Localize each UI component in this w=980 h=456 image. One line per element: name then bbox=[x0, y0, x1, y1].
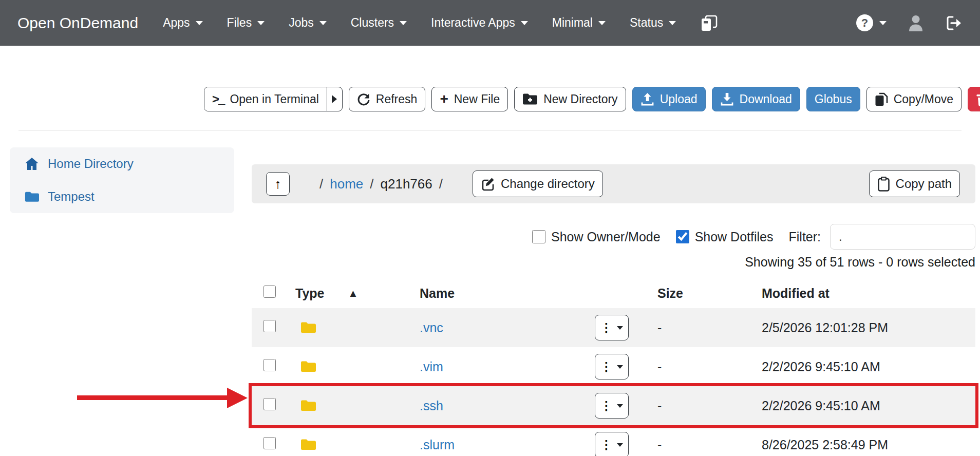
row-menu-cell: ⋮ bbox=[593, 432, 654, 456]
navbar-menus: Apps Files Jobs Clusters Interactive App… bbox=[163, 15, 719, 31]
user-icon[interactable] bbox=[908, 14, 924, 32]
show-owner-mode-label: Show Owner/Mode bbox=[551, 230, 661, 244]
menu-minimal-label: Minimal bbox=[552, 16, 593, 30]
change-directory-label: Change directory bbox=[501, 177, 595, 191]
folder-icon bbox=[25, 191, 39, 203]
menu-interactive-apps[interactable]: Interactive Apps bbox=[431, 16, 528, 30]
top-navbar: Open OnDemand Apps Files Jobs Clusters I… bbox=[0, 0, 980, 46]
row-modified-cell: 2/2/2026 9:45:10 AM bbox=[760, 359, 975, 374]
chevron-down-icon bbox=[669, 21, 676, 25]
menu-apps[interactable]: Apps bbox=[163, 16, 202, 30]
breadcrumb-separator: / bbox=[319, 176, 323, 192]
toolbar-divider bbox=[18, 130, 962, 130]
row-menu-cell: ⋮ bbox=[593, 315, 654, 340]
show-owner-mode-checkbox[interactable] bbox=[532, 230, 545, 243]
help-menu[interactable]: ? bbox=[856, 14, 887, 31]
refresh-button[interactable]: Refresh bbox=[349, 87, 426, 111]
download-icon bbox=[720, 92, 734, 106]
breadcrumb-separator: / bbox=[439, 176, 443, 192]
copy-move-button[interactable]: Copy/Move bbox=[866, 87, 962, 111]
file-browser-main: ↑ / home / q21h766 / Change directory bbox=[252, 164, 975, 456]
menu-status[interactable]: Status bbox=[630, 16, 676, 30]
logout-icon[interactable] bbox=[945, 15, 963, 31]
sort-ascending-icon: ▲ bbox=[348, 288, 359, 299]
chevron-down-icon bbox=[598, 21, 606, 25]
row-type-cell bbox=[284, 360, 408, 373]
kebab-icon: ⋮ bbox=[600, 399, 612, 413]
new-directory-label: New Directory bbox=[543, 92, 617, 106]
plus-icon: + bbox=[440, 92, 448, 106]
files-table: Type ▲ Name Size Modified at .vn bbox=[252, 278, 975, 456]
open-in-terminal-button[interactable]: >_ Open in Terminal bbox=[204, 87, 327, 111]
new-file-button[interactable]: + New File bbox=[431, 87, 508, 111]
app-brand[interactable]: Open OnDemand bbox=[17, 14, 138, 32]
window-restore-icon[interactable] bbox=[700, 15, 719, 31]
trash-icon bbox=[976, 92, 980, 106]
download-button[interactable]: Download bbox=[712, 87, 800, 111]
row-checkbox[interactable] bbox=[263, 398, 276, 410]
row-modified-cell: 2/5/2026 12:01:28 PM bbox=[760, 320, 975, 335]
table-header-row: Type ▲ Name Size Modified at bbox=[252, 278, 975, 308]
menu-files[interactable]: Files bbox=[227, 16, 265, 30]
header-name-cell[interactable]: Name bbox=[408, 286, 593, 301]
new-directory-button[interactable]: New Directory bbox=[514, 87, 626, 111]
row-size-cell: - bbox=[654, 398, 760, 413]
rows-status-text: Showing 35 of 51 rows - 0 rows selected bbox=[252, 255, 975, 270]
caret-right-icon bbox=[332, 95, 337, 103]
up-directory-button[interactable]: ↑ bbox=[266, 172, 290, 196]
header-type-cell[interactable]: Type ▲ bbox=[284, 286, 408, 301]
menu-clusters[interactable]: Clusters bbox=[351, 16, 407, 30]
sidebar-item-tempest[interactable]: Tempest bbox=[10, 180, 234, 213]
upload-icon bbox=[640, 92, 654, 106]
menu-apps-label: Apps bbox=[163, 16, 190, 30]
row-select-cell bbox=[252, 320, 284, 335]
table-row-highlighted: .ssh ⋮ - 2/2/2026 9:45:10 AM bbox=[252, 386, 975, 425]
pencil-square-icon bbox=[481, 177, 495, 191]
select-all-checkbox[interactable] bbox=[263, 286, 276, 298]
show-dotfiles-checkbox[interactable] bbox=[676, 230, 689, 243]
menu-interactive-apps-label: Interactive Apps bbox=[431, 16, 515, 30]
chevron-down-icon bbox=[319, 21, 327, 25]
file-name-link[interactable]: .vim bbox=[420, 359, 443, 374]
upload-label: Upload bbox=[660, 92, 698, 106]
annotation-arrow bbox=[77, 395, 227, 400]
new-file-label: New File bbox=[454, 92, 500, 106]
folder-plus-icon bbox=[522, 92, 538, 106]
file-name-link[interactable]: .vnc bbox=[420, 320, 443, 335]
chevron-down-icon bbox=[521, 21, 528, 25]
copy-path-button[interactable]: Copy path bbox=[869, 170, 960, 197]
row-type-cell bbox=[284, 439, 408, 451]
navbar-right-icons: ? bbox=[856, 14, 963, 32]
sidebar-item-label: Tempest bbox=[48, 189, 95, 204]
globus-label: Globus bbox=[815, 92, 852, 106]
file-name-link[interactable]: .slurm bbox=[420, 438, 455, 452]
change-directory-button[interactable]: Change directory bbox=[473, 170, 603, 197]
filter-input[interactable] bbox=[830, 224, 975, 250]
menu-files-label: Files bbox=[227, 16, 252, 30]
row-actions-dropdown-button[interactable]: ⋮ bbox=[595, 354, 629, 379]
row-checkbox[interactable] bbox=[263, 320, 276, 332]
home-icon bbox=[25, 157, 39, 170]
row-checkbox[interactable] bbox=[263, 437, 276, 449]
row-actions-dropdown-button[interactable]: ⋮ bbox=[595, 315, 629, 340]
menu-jobs[interactable]: Jobs bbox=[289, 16, 327, 30]
upload-button[interactable]: Upload bbox=[632, 87, 706, 111]
open-in-terminal-dropdown-toggle[interactable] bbox=[327, 87, 342, 111]
header-size-cell[interactable]: Size bbox=[654, 286, 760, 301]
menu-minimal[interactable]: Minimal bbox=[552, 16, 606, 30]
row-actions-dropdown-button[interactable]: ⋮ bbox=[595, 393, 629, 419]
row-size-cell: - bbox=[654, 320, 760, 335]
breadcrumb-home-link[interactable]: home bbox=[330, 176, 363, 192]
chevron-down-icon bbox=[879, 21, 887, 25]
chevron-down-icon bbox=[617, 443, 623, 447]
globus-button[interactable]: Globus bbox=[806, 87, 860, 111]
row-menu-cell: ⋮ bbox=[593, 354, 654, 379]
header-modified-cell[interactable]: Modified at bbox=[760, 286, 975, 301]
menu-jobs-label: Jobs bbox=[289, 16, 314, 30]
help-icon: ? bbox=[856, 14, 873, 31]
row-checkbox[interactable] bbox=[263, 359, 276, 371]
sidebar-item-home-directory[interactable]: Home Directory bbox=[10, 147, 234, 180]
delete-button[interactable]: Delete bbox=[968, 87, 980, 111]
file-name-link[interactable]: .ssh bbox=[420, 398, 443, 413]
row-actions-dropdown-button[interactable]: ⋮ bbox=[595, 432, 629, 456]
